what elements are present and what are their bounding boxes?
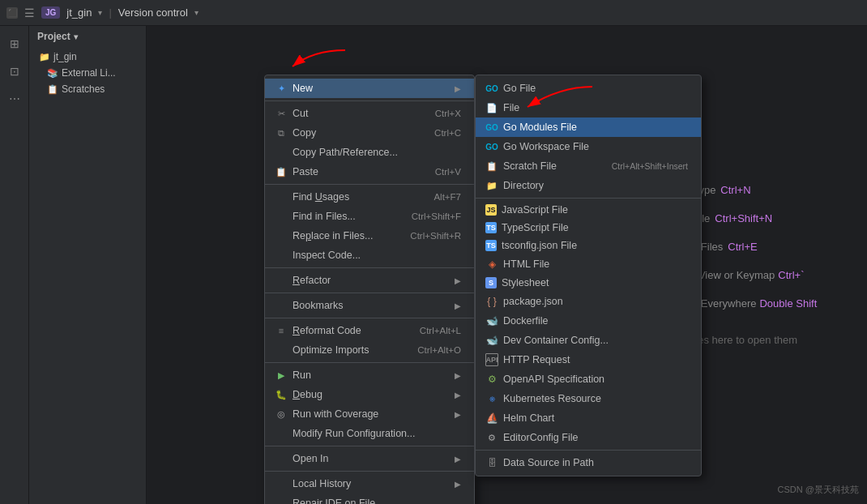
tree-item-label-external: External Li... bbox=[62, 67, 116, 79]
submenu-sep-1 bbox=[476, 198, 701, 199]
menu-item-find-files[interactable]: Find in Files... Ctrl+Shift+F bbox=[265, 207, 474, 226]
menu-item-ts-file-label: TypeScript File bbox=[502, 222, 569, 233]
copy-shortcut: Ctrl+C bbox=[434, 128, 461, 138]
menu-item-stylesheet[interactable]: S Stylesheet bbox=[476, 274, 701, 292]
scratch-file-icon: 📋 bbox=[485, 160, 498, 173]
tree-item-jt-gin[interactable]: 📁 jt_gin bbox=[29, 49, 146, 65]
menu-item-file[interactable]: 📄 File bbox=[476, 98, 701, 117]
sidebar-icon-more[interactable]: ⋯ bbox=[3, 88, 26, 110]
tree-item-label-jt-gin: jt_gin bbox=[53, 51, 77, 62]
find-files-icon bbox=[275, 210, 288, 223]
copy-icon: ⧉ bbox=[275, 126, 288, 139]
local-history-arrow: ▶ bbox=[455, 480, 461, 489]
search-everywhere-key: Double Shift bbox=[759, 297, 817, 310]
menu-item-js-file[interactable]: JS JavaScript File bbox=[476, 201, 701, 219]
menu-item-coverage[interactable]: ◎ Run with Coverage ▶ bbox=[265, 404, 474, 424]
menu-item-local-history[interactable]: Local History ▶ bbox=[265, 474, 474, 493]
project-arrow[interactable]: ▾ bbox=[98, 8, 102, 17]
menu-item-refactor[interactable]: Refactor ▶ bbox=[265, 271, 474, 290]
menu-item-go-file-label: Go File bbox=[503, 83, 536, 94]
menu-item-openapi[interactable]: ⚙ OpenAPI Specification bbox=[476, 369, 701, 389]
project-name: jt_gin bbox=[66, 6, 92, 19]
version-control-label[interactable]: Version control bbox=[118, 6, 188, 19]
menu-item-copy[interactable]: ⧉ Copy Ctrl+C bbox=[265, 123, 474, 143]
menu-item-helm[interactable]: ⛵ Helm Chart bbox=[476, 408, 701, 428]
debug-arrow: ▶ bbox=[455, 391, 461, 399]
menu-item-scratch-file[interactable]: 📋 Scratch File Ctrl+Alt+Shift+Insert bbox=[476, 156, 701, 176]
menu-item-replace-files[interactable]: Replace in Files... Ctrl+Shift+R bbox=[265, 226, 474, 246]
menu-item-openapi-label: OpenAPI Specification bbox=[503, 374, 604, 385]
tree-item-external[interactable]: 📚 External Li... bbox=[29, 65, 146, 81]
menu-sep-8 bbox=[265, 471, 474, 472]
menu-item-new[interactable]: ✦ New ▶ bbox=[265, 79, 474, 98]
menu-item-directory[interactable]: 📁 Directory bbox=[476, 176, 701, 195]
menu-item-go-workspace[interactable]: GO Go Workspace File bbox=[476, 137, 701, 156]
menu-item-tsconfig[interactable]: TS tsconfig.json File bbox=[476, 237, 701, 254]
menu-sep-5 bbox=[265, 318, 474, 318]
titlebar-separator: | bbox=[109, 6, 111, 19]
menu-item-k8s[interactable]: ⎈ Kubernetes Resource bbox=[476, 389, 701, 408]
hamburger-menu[interactable]: ☰ bbox=[24, 6, 35, 19]
content-area: ✦ New ▶ ✂ Cut Ctrl+X ⧉ Copy Ctrl+C bbox=[147, 26, 640, 504]
package-json-icon: { } bbox=[485, 295, 498, 308]
openapi-icon: ⚙ bbox=[485, 373, 498, 386]
menu-item-local-history-label: Local History bbox=[293, 478, 351, 489]
menu-item-datasource[interactable]: 🗄 Data Source in Path bbox=[476, 453, 701, 472]
context-menu-level1: ✦ New ▶ ✂ Cut Ctrl+X ⧉ Copy Ctrl+C bbox=[264, 75, 475, 504]
menu-item-run[interactable]: ▶ Run ▶ bbox=[265, 365, 474, 385]
menu-item-go-modules[interactable]: GO Go Modules File bbox=[476, 117, 701, 137]
menu-item-modify-run[interactable]: Modify Run Configuration... bbox=[265, 424, 474, 443]
menu-item-replace-files-label: Replace in Files... bbox=[293, 230, 373, 241]
find-files-shortcut: Ctrl+Shift+F bbox=[412, 211, 461, 221]
vc-arrow[interactable]: ▾ bbox=[194, 8, 199, 17]
project-tree: 📁 jt_gin 📚 External Li... 📋 Scratches bbox=[29, 47, 146, 504]
menu-item-bookmarks[interactable]: Bookmarks ▶ bbox=[265, 296, 474, 315]
menu-item-run-label: Run bbox=[293, 369, 311, 381]
menu-item-copy-path[interactable]: Copy Path/Reference... bbox=[265, 143, 474, 162]
menu-item-find-usages[interactable]: Find Usages Alt+F7 bbox=[265, 187, 474, 207]
menu-item-datasource-label: Data Source in Path bbox=[503, 457, 594, 468]
open-in-icon bbox=[275, 452, 288, 465]
menu-item-open-in[interactable]: Open In ▶ bbox=[265, 449, 474, 468]
reformat-icon: ≡ bbox=[275, 324, 288, 337]
menu-item-find-files-label: Find in Files... bbox=[293, 211, 356, 222]
menu-item-http-request[interactable]: API HTTP Request bbox=[476, 350, 701, 369]
cut-icon: ✂ bbox=[275, 107, 288, 120]
menu-item-k8s-label: Kubernetes Resource bbox=[503, 393, 601, 404]
menu-item-optimize[interactable]: Optimize Imports Ctrl+Alt+O bbox=[265, 340, 474, 360]
tree-item-scratches[interactable]: 📋 Scratches bbox=[29, 81, 146, 97]
menu-item-copy-label: Copy bbox=[293, 127, 316, 139]
paste-shortcut: Ctrl+V bbox=[435, 167, 461, 177]
menu-item-dockerfile[interactable]: 🐋 Dockerfile bbox=[476, 311, 701, 331]
devcontainer-icon: 🐋 bbox=[485, 334, 498, 347]
menu-item-cut-label: Cut bbox=[293, 108, 308, 119]
menu-item-inspect-code-label: Inspect Code... bbox=[293, 250, 361, 261]
menu-item-html-file[interactable]: ◈ HTML File bbox=[476, 254, 701, 274]
menu-item-repair-ide[interactable]: Repair IDE on File bbox=[265, 493, 474, 504]
menu-item-devcontainer[interactable]: 🐋 Dev Container Config... bbox=[476, 331, 701, 350]
run-icon: ▶ bbox=[275, 369, 288, 382]
menu-item-reformat[interactable]: ≡ Reformat Code Ctrl+Alt+L bbox=[265, 321, 474, 340]
menu-item-package-json[interactable]: { } package.json bbox=[476, 292, 701, 311]
sidebar-icon-project[interactable]: ⊞ bbox=[3, 32, 26, 55]
menu-item-debug[interactable]: 🐛 Debug ▶ bbox=[265, 385, 474, 404]
menu-item-go-modules-label: Go Modules File bbox=[503, 122, 577, 133]
scratch-file-shortcut: Ctrl+Alt+Shift+Insert bbox=[612, 161, 688, 171]
go-workspace-icon: GO bbox=[485, 140, 498, 153]
menu-item-paste[interactable]: 📋 Paste Ctrl+V bbox=[265, 162, 474, 182]
directory-icon: 📁 bbox=[485, 179, 498, 192]
project-panel-header[interactable]: Project ▾ bbox=[29, 26, 146, 47]
sidebar-icon-structure[interactable]: ⊡ bbox=[3, 60, 26, 83]
http-request-icon: API bbox=[485, 353, 498, 366]
menu-item-editorconfig[interactable]: ⚙ EditorConfig File bbox=[476, 428, 701, 447]
inspect-code-icon bbox=[275, 249, 288, 262]
menu-item-package-json-label: package.json bbox=[503, 296, 563, 307]
dockerfile-icon: 🐋 bbox=[485, 314, 498, 327]
menu-item-go-file[interactable]: GO Go File bbox=[476, 79, 701, 98]
app-icon: ⬛ bbox=[6, 7, 18, 19]
menu-item-ts-file[interactable]: TS TypeScript File bbox=[476, 219, 701, 237]
menu-item-cut[interactable]: ✂ Cut Ctrl+X bbox=[265, 104, 474, 123]
menu-sep-6 bbox=[265, 362, 474, 363]
goto-type-key: Ctrl+N bbox=[720, 184, 750, 196]
menu-item-inspect-code[interactable]: Inspect Code... bbox=[265, 246, 474, 265]
